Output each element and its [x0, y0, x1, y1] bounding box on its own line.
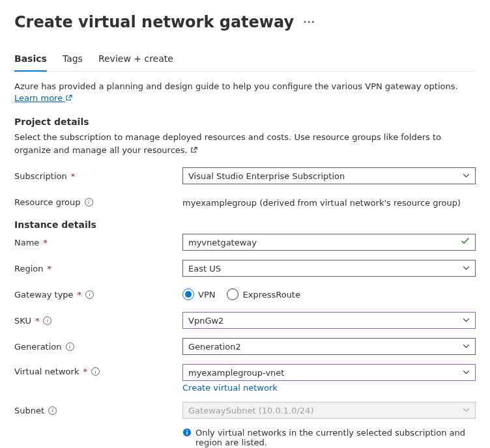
page-title: Create virtual network gateway ··· — [14, 13, 476, 31]
resource-group-value: myexamplegroup (derived from virtual net… — [182, 197, 476, 208]
gateway-type-radio-group: VPN ExpressRoute — [182, 288, 476, 300]
tab-bar: Basics Tags Review + create — [14, 49, 476, 72]
virtual-network-value: myexamplegroup-vnet — [188, 368, 284, 378]
chevron-down-icon — [463, 408, 470, 413]
chevron-down-icon — [463, 344, 470, 349]
info-icon[interactable]: i — [43, 316, 51, 325]
more-actions-icon[interactable]: ··· — [303, 17, 315, 27]
gateway-type-vpn-radio[interactable]: VPN — [182, 288, 215, 300]
info-icon[interactable]: i — [48, 406, 57, 415]
vnet-filter-note: Only virtual networks in the currently s… — [182, 428, 476, 447]
info-icon[interactable]: i — [85, 290, 94, 299]
external-link-icon — [190, 145, 197, 158]
region-select[interactable]: East US — [182, 260, 476, 277]
radio-label: ExpressRoute — [242, 290, 300, 300]
subnet-select: GatewaySubnet (10.0.1.0/24) — [182, 402, 476, 419]
instance-details-heading: Instance details — [14, 219, 476, 230]
intro-text: Azure has provided a planning and design… — [14, 81, 476, 105]
page-title-text: Create virtual network gateway — [14, 13, 294, 31]
gateway-type-label: Gateway type* i — [14, 290, 182, 300]
svg-rect-2 — [186, 430, 187, 431]
subscription-select[interactable]: Visual Studio Enterprise Subscription — [182, 167, 476, 184]
region-label: Region* — [14, 264, 182, 273]
tab-basics[interactable]: Basics — [14, 49, 47, 72]
intro-body: Azure has provided a planning and design… — [14, 81, 458, 91]
info-icon[interactable]: i — [91, 367, 100, 376]
name-input[interactable]: myvnetgateway — [182, 234, 476, 251]
chevron-down-icon — [463, 174, 470, 178]
virtual-network-select[interactable]: myexamplegroup-vnet — [182, 364, 476, 381]
project-details-desc: Select the subscription to manage deploy… — [14, 131, 476, 157]
info-icon[interactable]: i — [85, 198, 93, 206]
generation-value: Generation2 — [188, 342, 241, 352]
vnet-filter-note-text: Only virtual networks in the currently s… — [195, 428, 476, 447]
gateway-type-expressroute-radio[interactable]: ExpressRoute — [227, 288, 300, 300]
chevron-down-icon — [463, 371, 470, 375]
subnet-label: Subnet i — [14, 406, 182, 415]
subnet-value: GatewaySubnet (10.0.1.0/24) — [188, 406, 313, 415]
sku-value: VpnGw2 — [188, 316, 223, 326]
chevron-down-icon — [463, 318, 470, 323]
generation-label: Generation i — [14, 342, 182, 352]
chevron-down-icon — [463, 266, 470, 271]
virtual-network-label: Virtual network* i — [14, 364, 182, 376]
subscription-label: Subscription* — [14, 171, 182, 181]
name-value: myvnetgateway — [188, 238, 257, 247]
project-details-heading: Project details — [14, 117, 476, 127]
tab-review-create[interactable]: Review + create — [98, 49, 173, 72]
learn-more-link[interactable]: Learn more — [14, 93, 72, 103]
info-solid-icon — [182, 428, 192, 440]
tab-tags[interactable]: Tags — [63, 49, 83, 72]
svg-rect-1 — [186, 432, 187, 435]
name-label: Name* — [14, 238, 182, 247]
check-icon — [461, 236, 470, 248]
radio-label: VPN — [198, 290, 215, 300]
create-virtual-network-link[interactable]: Create virtual network — [182, 383, 476, 393]
subscription-value: Visual Studio Enterprise Subscription — [188, 171, 345, 181]
resource-group-label: Resource group i — [14, 197, 182, 207]
sku-label: SKU* i — [14, 316, 182, 326]
region-value: East US — [188, 264, 221, 273]
generation-select[interactable]: Generation2 — [182, 338, 476, 355]
info-icon[interactable]: i — [66, 343, 74, 351]
sku-select[interactable]: VpnGw2 — [182, 312, 476, 329]
external-link-icon — [65, 93, 72, 105]
